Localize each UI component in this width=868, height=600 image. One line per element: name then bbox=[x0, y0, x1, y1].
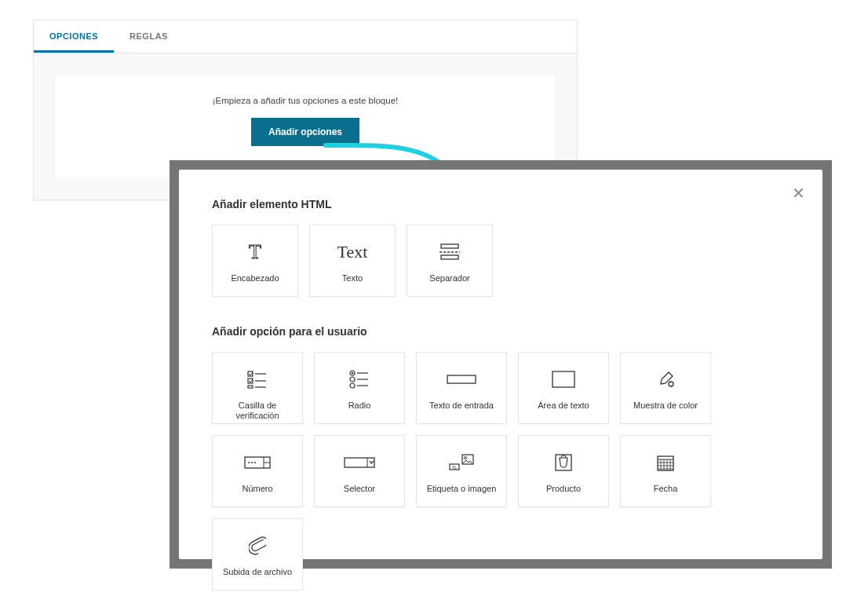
svg-point-11 bbox=[352, 372, 354, 375]
svg-rect-26 bbox=[345, 458, 374, 467]
card-heading[interactable]: T Encabezado bbox=[212, 225, 298, 297]
svg-point-19 bbox=[669, 382, 673, 386]
text-icon: Text bbox=[337, 236, 368, 268]
close-icon[interactable]: ✕ bbox=[792, 185, 805, 201]
colorswatch-icon bbox=[655, 364, 676, 395]
card-separator[interactable]: Separador bbox=[407, 225, 493, 297]
radio-icon bbox=[349, 364, 370, 395]
selector-icon bbox=[344, 447, 375, 478]
svg-rect-18 bbox=[553, 371, 574, 387]
card-text[interactable]: Text Texto bbox=[309, 225, 396, 297]
card-label: Radio bbox=[345, 401, 374, 411]
card-product[interactable]: Producto bbox=[518, 435, 609, 507]
tab-bar: OPCIONES REGLAS bbox=[34, 20, 577, 53]
card-radio[interactable]: Radio bbox=[314, 352, 405, 424]
svg-rect-8 bbox=[248, 386, 253, 388]
svg-point-15 bbox=[350, 383, 355, 388]
card-label: Encabezado bbox=[228, 273, 282, 284]
card-label: Casilla de verificación bbox=[213, 401, 302, 421]
svg-text:T: T bbox=[249, 241, 261, 263]
svg-point-23 bbox=[248, 462, 250, 463]
card-checkbox[interactable]: Casilla de verificación bbox=[212, 352, 303, 424]
label-image-icon: XL bbox=[448, 447, 475, 478]
user-section-title: Añadir opción para el usuario bbox=[212, 325, 790, 338]
card-label-image[interactable]: XL Etiqueta o imagen bbox=[416, 435, 507, 507]
html-section-title: Añadir elemento HTML bbox=[212, 198, 790, 210]
tab-opciones[interactable]: OPCIONES bbox=[34, 20, 114, 53]
separator-icon bbox=[438, 236, 461, 268]
svg-point-25 bbox=[254, 462, 256, 463]
card-number[interactable]: Número bbox=[212, 435, 303, 507]
html-grid: T Encabezado Text Texto Separador bbox=[212, 225, 790, 297]
card-label: Área de texto bbox=[534, 401, 592, 411]
checkbox-icon bbox=[247, 364, 268, 395]
svg-point-29 bbox=[465, 457, 467, 459]
card-label: Fecha bbox=[651, 484, 681, 494]
textarea-icon bbox=[552, 364, 575, 395]
card-label: Producto bbox=[543, 484, 584, 494]
card-label: Texto de entrada bbox=[426, 401, 497, 411]
file-upload-icon bbox=[249, 530, 266, 562]
card-label: Selector bbox=[341, 484, 378, 494]
svg-point-13 bbox=[350, 377, 355, 382]
tab-reglas[interactable]: REGLAS bbox=[114, 20, 184, 53]
modal-backdrop: ✕ Añadir elemento HTML T Encabezado Text… bbox=[170, 160, 832, 569]
number-icon bbox=[244, 447, 271, 478]
svg-text:XL: XL bbox=[452, 465, 457, 470]
card-label: Etiqueta o imagen bbox=[424, 484, 500, 494]
add-element-modal: ✕ Añadir elemento HTML T Encabezado Text… bbox=[179, 170, 822, 559]
card-colorswatch[interactable]: Muestra de color bbox=[620, 352, 711, 424]
product-icon bbox=[554, 447, 573, 478]
card-label: Separador bbox=[426, 273, 472, 284]
textinput-icon bbox=[447, 364, 476, 395]
svg-rect-1 bbox=[441, 244, 458, 248]
hint-text: ¡Empieza a añadir tus opciones a este bl… bbox=[71, 96, 539, 105]
date-icon bbox=[656, 447, 675, 478]
heading-icon: T bbox=[243, 236, 267, 268]
card-label: Texto bbox=[339, 273, 366, 284]
svg-rect-17 bbox=[447, 375, 476, 383]
card-textinput[interactable]: Texto de entrada bbox=[416, 352, 507, 424]
svg-rect-32 bbox=[556, 455, 571, 470]
card-date[interactable]: Fecha bbox=[620, 435, 711, 507]
card-textarea[interactable]: Área de texto bbox=[518, 352, 609, 424]
svg-point-24 bbox=[251, 462, 253, 463]
card-label: Muestra de color bbox=[630, 401, 701, 411]
card-file[interactable]: Subida de archivo bbox=[212, 518, 303, 591]
card-selector[interactable]: Selector bbox=[314, 435, 405, 507]
add-options-button[interactable]: Añadir opciones bbox=[251, 118, 359, 146]
svg-rect-33 bbox=[658, 456, 673, 470]
user-grid: Casilla de verificación Radio bbox=[212, 352, 790, 591]
card-label: Número bbox=[239, 484, 275, 494]
card-label: Subida de archivo bbox=[220, 567, 295, 577]
svg-rect-3 bbox=[441, 255, 458, 259]
